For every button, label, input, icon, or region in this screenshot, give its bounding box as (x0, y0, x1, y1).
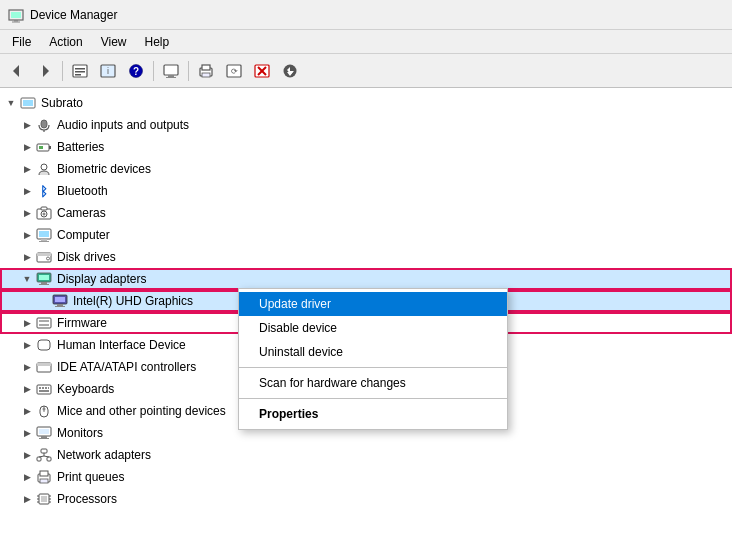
tree-mice-label: Mice and other pointing devices (57, 404, 226, 418)
toolbar-scan[interactable]: ⟳ (221, 58, 247, 84)
svg-point-40 (43, 213, 46, 216)
icon-firmware (36, 315, 52, 331)
svg-rect-68 (39, 390, 49, 392)
svg-rect-7 (75, 68, 85, 70)
tree-monitors-label: Monitors (57, 426, 103, 440)
icon-disk (36, 249, 52, 265)
chevron-printers: ▶ (20, 470, 34, 484)
tree-printers-label: Print queues (57, 470, 124, 484)
svg-rect-19 (202, 73, 210, 77)
svg-rect-57 (37, 318, 51, 328)
chevron-biometric: ▶ (20, 162, 34, 176)
svg-rect-43 (39, 231, 49, 237)
svg-rect-55 (57, 304, 63, 306)
icon-mice (36, 403, 52, 419)
menu-view[interactable]: View (93, 33, 135, 51)
svg-rect-50 (39, 275, 49, 280)
toolbar-display[interactable] (158, 58, 184, 84)
svg-rect-59 (39, 324, 49, 326)
toolbar-forward[interactable] (32, 58, 58, 84)
context-menu-sep-2 (239, 398, 507, 399)
toolbar-properties[interactable] (67, 58, 93, 84)
menu-action[interactable]: Action (41, 33, 90, 51)
tree-bluetooth[interactable]: ▶ ᛒ Bluetooth (0, 180, 732, 202)
icon-display (36, 271, 52, 287)
toolbar-back[interactable] (4, 58, 30, 84)
svg-rect-56 (55, 306, 65, 307)
svg-rect-34 (49, 146, 51, 149)
svg-text:?: ? (133, 66, 139, 77)
svg-rect-30 (23, 100, 33, 106)
chevron-ide: ▶ (20, 360, 34, 374)
icon-processors (36, 491, 52, 507)
svg-rect-18 (202, 65, 210, 70)
svg-point-71 (43, 408, 46, 411)
main-panel: ▼ Subrato ▶ Audio inputs and outputs (0, 88, 732, 538)
context-menu-properties[interactable]: Properties (239, 402, 507, 426)
toolbar-sep-3 (188, 61, 189, 81)
menu-help[interactable]: Help (137, 33, 178, 51)
context-menu-uninstall-device[interactable]: Uninstall device (239, 340, 507, 364)
toolbar-remove[interactable] (249, 58, 275, 84)
svg-rect-66 (45, 387, 47, 389)
svg-point-36 (41, 164, 47, 170)
svg-rect-78 (47, 457, 51, 461)
chevron-processors: ▶ (20, 492, 34, 506)
icon-audio (36, 117, 52, 133)
chevron-computer: ▶ (20, 228, 34, 242)
chevron-batteries: ▶ (20, 140, 34, 154)
tree-intel-graphics-label: Intel(R) UHD Graphics (73, 294, 193, 308)
icon-hid (36, 337, 52, 353)
tree-processors-label: Processors (57, 492, 117, 506)
tree-root[interactable]: ▼ Subrato (0, 92, 732, 114)
toolbar-print[interactable] (193, 58, 219, 84)
svg-rect-64 (39, 387, 41, 389)
svg-rect-45 (39, 241, 49, 242)
tree-biometric[interactable]: ▶ Biometric devices (0, 158, 732, 180)
tree-batteries[interactable]: ▶ Batteries (0, 136, 732, 158)
menu-file[interactable]: File (4, 33, 39, 51)
tree-processors[interactable]: ▶ Processors (0, 488, 732, 510)
context-menu-scan-changes[interactable]: Scan for hardware changes (239, 371, 507, 395)
tree-display-adapters[interactable]: ▼ Display adapters (0, 268, 732, 290)
svg-rect-9 (75, 74, 81, 76)
tree-cameras-label: Cameras (57, 206, 106, 220)
tree-network[interactable]: ▶ Network adapters (0, 444, 732, 466)
icon-network (36, 447, 52, 463)
svg-rect-84 (40, 479, 48, 483)
tree-display-adapters-label: Display adapters (57, 272, 146, 286)
tree-printers[interactable]: ▶ Print queues (0, 466, 732, 488)
svg-rect-58 (39, 320, 49, 322)
context-menu-update-driver[interactable]: Update driver (239, 292, 507, 316)
svg-rect-63 (37, 385, 51, 394)
tree-cameras[interactable]: ▶ Cameras (0, 202, 732, 224)
svg-rect-2 (14, 20, 18, 22)
svg-rect-62 (37, 363, 51, 366)
tree-audio[interactable]: ▶ Audio inputs and outputs (0, 114, 732, 136)
svg-rect-16 (166, 77, 176, 78)
tree-computer[interactable]: ▶ Computer (0, 224, 732, 246)
toolbar-download[interactable] (277, 58, 303, 84)
chevron-bluetooth: ▶ (20, 184, 34, 198)
icon-keyboards (36, 381, 52, 397)
tree-keyboards-label: Keyboards (57, 382, 114, 396)
svg-rect-14 (164, 65, 178, 75)
tree-biometric-label: Biometric devices (57, 162, 151, 176)
chevron-root: ▼ (4, 96, 18, 110)
tree-disk[interactable]: ▶ Disk drives (0, 246, 732, 268)
menu-bar: File Action View Help (0, 30, 732, 54)
svg-rect-76 (41, 449, 47, 453)
icon-ide (36, 359, 52, 375)
svg-line-81 (44, 456, 49, 457)
chevron-network: ▶ (20, 448, 34, 462)
context-menu-disable-device[interactable]: Disable device (239, 316, 507, 340)
toolbar-update[interactable]: i (95, 58, 121, 84)
toolbar-help[interactable]: ? (123, 58, 149, 84)
svg-rect-44 (41, 239, 47, 241)
app-icon (8, 7, 24, 23)
chevron-keyboards: ▶ (20, 382, 34, 396)
svg-rect-77 (37, 457, 41, 461)
icon-biometric (36, 161, 52, 177)
chevron-cameras: ▶ (20, 206, 34, 220)
chevron-audio: ▶ (20, 118, 34, 132)
